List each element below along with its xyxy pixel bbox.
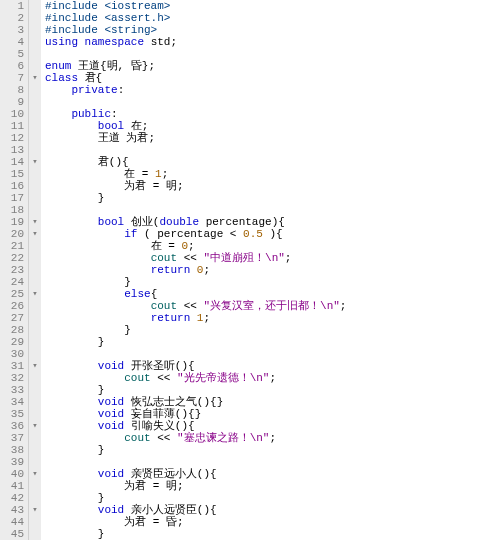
line-number: 9 [2,96,24,108]
code-line[interactable]: } [45,336,503,348]
code-line[interactable] [45,204,503,216]
line-number: 11 [2,120,24,132]
line-number: 42 [2,492,24,504]
line-number: 45 [2,528,24,540]
code-line[interactable]: } [45,384,503,396]
fold-marker [29,108,41,120]
code-line[interactable]: bool 创业(double percentage){ [45,216,503,228]
line-number: 23 [2,264,24,276]
code-line[interactable]: } [45,492,503,504]
fold-marker[interactable]: ▾ [29,228,41,240]
line-number: 32 [2,372,24,384]
code-area[interactable]: #include <iostream>#include <assert.h>#i… [41,0,503,540]
fold-marker [29,48,41,60]
code-line[interactable] [45,348,503,360]
fold-marker [29,24,41,36]
code-line[interactable]: } [45,444,503,456]
fold-marker [29,60,41,72]
fold-marker [29,240,41,252]
code-line[interactable]: if ( percentage < 0.5 ){ [45,228,503,240]
code-line[interactable]: 在 = 0; [45,240,503,252]
code-line[interactable] [45,48,503,60]
code-line[interactable]: void 亲贤臣远小人(){ [45,468,503,480]
code-line[interactable]: cout << "光先帝遗德！\n"; [45,372,503,384]
fold-marker[interactable]: ▾ [29,156,41,168]
code-line[interactable]: 为君 = 昏; [45,516,503,528]
line-number: 24 [2,276,24,288]
code-line[interactable]: #include <iostream> [45,0,503,12]
fold-marker [29,480,41,492]
code-line[interactable]: void 亲小人远贤臣(){ [45,504,503,516]
line-number: 36 [2,420,24,432]
fold-marker[interactable]: ▾ [29,288,41,300]
fold-marker[interactable]: ▾ [29,360,41,372]
code-line[interactable]: 为君 = 明; [45,180,503,192]
code-line[interactable]: cout << "塞忠谏之路！\n"; [45,432,503,444]
code-line[interactable]: else{ [45,288,503,300]
code-line[interactable]: } [45,324,503,336]
fold-marker[interactable]: ▾ [29,72,41,84]
code-line[interactable]: 君(){ [45,156,503,168]
fold-marker[interactable]: ▾ [29,468,41,480]
code-line[interactable]: void 妄自菲薄(){} [45,408,503,420]
code-line[interactable]: cout << "中道崩殂！\n"; [45,252,503,264]
code-line[interactable] [45,96,503,108]
fold-marker [29,384,41,396]
fold-marker [29,264,41,276]
code-line[interactable]: void 开张圣听(){ [45,360,503,372]
code-line[interactable] [45,456,503,468]
code-line[interactable]: } [45,276,503,288]
line-number: 2 [2,12,24,24]
code-line[interactable]: private: [45,84,503,96]
line-number: 14 [2,156,24,168]
fold-marker [29,396,41,408]
line-number: 20 [2,228,24,240]
code-line[interactable]: 王道 为君; [45,132,503,144]
code-line[interactable]: void 引喻失义(){ [45,420,503,432]
fold-marker [29,84,41,96]
fold-marker [29,12,41,24]
line-number: 34 [2,396,24,408]
code-line[interactable]: void 恢弘志士之气(){} [45,396,503,408]
line-number: 18 [2,204,24,216]
line-number: 29 [2,336,24,348]
fold-marker [29,252,41,264]
code-line[interactable]: return 0; [45,264,503,276]
line-number: 3 [2,24,24,36]
fold-marker[interactable]: ▾ [29,216,41,228]
code-line[interactable]: return 1; [45,312,503,324]
fold-marker [29,0,41,12]
fold-marker [29,372,41,384]
code-line[interactable]: bool 在; [45,120,503,132]
line-number: 10 [2,108,24,120]
line-number: 30 [2,348,24,360]
code-line[interactable]: 为君 = 明; [45,480,503,492]
line-number: 5 [2,48,24,60]
line-number: 44 [2,516,24,528]
code-line[interactable]: #include <string> [45,24,503,36]
fold-marker [29,192,41,204]
line-number: 7 [2,72,24,84]
code-line[interactable]: #include <assert.h> [45,12,503,24]
code-line[interactable]: cout << "兴复汉室，还于旧都！\n"; [45,300,503,312]
line-number-gutter: 1234567891011121314151617181920212223242… [0,0,29,540]
code-line[interactable]: using namespace std; [45,36,503,48]
fold-marker [29,36,41,48]
line-number: 35 [2,408,24,420]
line-number: 40 [2,468,24,480]
code-line[interactable]: } [45,192,503,204]
code-line[interactable]: 在 = 1; [45,168,503,180]
fold-marker [29,132,41,144]
line-number: 8 [2,84,24,96]
code-line[interactable]: enum 王道{明, 昏}; [45,60,503,72]
fold-marker[interactable]: ▾ [29,504,41,516]
code-line[interactable]: public: [45,108,503,120]
fold-marker [29,168,41,180]
line-number: 41 [2,480,24,492]
fold-marker[interactable]: ▾ [29,420,41,432]
code-line[interactable]: class 君{ [45,72,503,84]
fold-marker [29,324,41,336]
code-line[interactable] [45,144,503,156]
code-line[interactable]: } [45,528,503,540]
line-number: 22 [2,252,24,264]
